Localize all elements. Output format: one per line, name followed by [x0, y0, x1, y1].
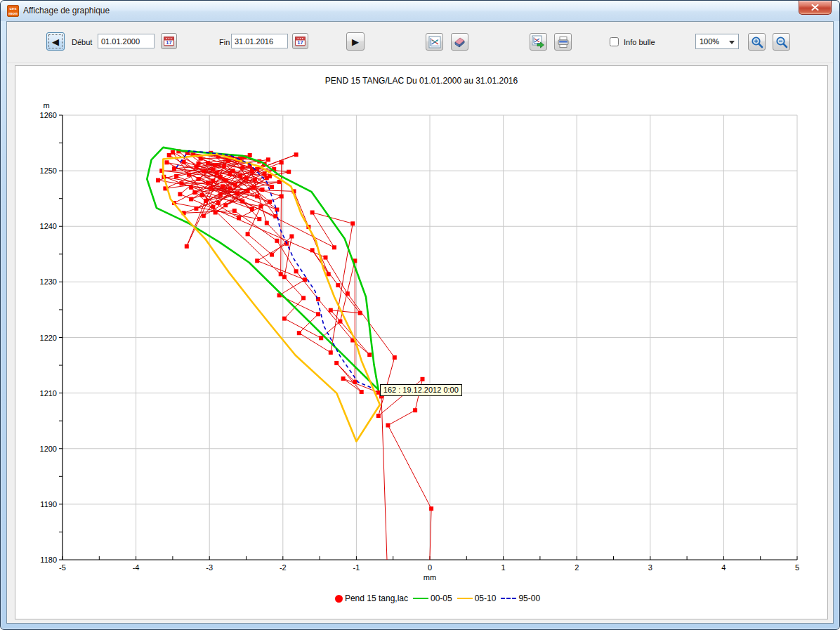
client-area: ◀ Début 17 Fin 17: [6, 21, 834, 624]
info-bulle-label: Info bulle: [624, 38, 655, 46]
app-icon-text-top: ces: [9, 6, 16, 11]
debut-calendar-button[interactable]: 17: [161, 33, 177, 49]
dropdown-arrow-icon: [729, 41, 735, 44]
chart-tooltip: 162 : 19.12.2012 0:00: [380, 384, 462, 396]
export-chart-icon: [532, 35, 545, 48]
svg-text:2: 2: [575, 563, 579, 572]
svg-text:-2: -2: [280, 563, 287, 572]
play-icon: ▶: [352, 37, 359, 46]
legend-item-2: 05-10: [457, 593, 497, 603]
calendar-icon: 17: [294, 35, 306, 47]
calendar-icon: 17: [163, 35, 175, 47]
svg-text:5: 5: [795, 563, 799, 572]
chart-legend: Pend 15 tang,lac00-0505-1095-00: [32, 593, 840, 603]
svg-text:-4: -4: [133, 563, 140, 572]
svg-text:1190: 1190: [40, 500, 57, 508]
svg-text:1: 1: [501, 563, 506, 572]
debut-date-input[interactable]: [98, 34, 155, 48]
print-button[interactable]: [554, 33, 572, 51]
printer-icon: [557, 36, 570, 48]
legend-label-0: Pend 15 tang,lac: [345, 593, 408, 603]
svg-text:-1: -1: [353, 563, 360, 572]
svg-text:mm: mm: [424, 573, 436, 582]
svg-text:1250: 1250: [40, 166, 57, 175]
legend-label-1: 00-05: [431, 593, 452, 603]
line-chart-icon: [428, 36, 441, 48]
fin-date-input[interactable]: [231, 34, 288, 48]
next-period-button[interactable]: ▶: [346, 32, 365, 51]
export-chart-button[interactable]: [530, 33, 547, 51]
legend-item-3: 95-00: [501, 593, 540, 603]
svg-text:17: 17: [297, 39, 303, 46]
app-icon: ces mon: [7, 5, 19, 17]
svg-text:1200: 1200: [40, 445, 57, 453]
svg-text:1230: 1230: [40, 277, 57, 286]
legend-item-1: 00-05: [413, 593, 452, 603]
svg-text:1210: 1210: [40, 389, 57, 398]
legend-label-3: 95-00: [518, 593, 540, 603]
zoom-out-icon: [775, 35, 789, 49]
svg-text:17: 17: [166, 39, 171, 46]
close-icon: [811, 4, 819, 11]
chart-panel: PEND 15 TANG/LAC Du 01.01.2000 au 31.01.…: [15, 65, 828, 619]
zoom-out-button[interactable]: [773, 33, 790, 51]
zoom-select-value: 100%: [700, 37, 719, 46]
svg-text:1220: 1220: [40, 334, 57, 342]
zoom-in-icon: [750, 35, 764, 49]
chart-plot-area[interactable]: -5-4-3-2-1012345118011901200121012201230…: [15, 66, 827, 619]
fin-calendar-button[interactable]: 17: [292, 33, 308, 49]
window-title: Affichage de graphique: [23, 6, 110, 15]
app-window: ces mon Affichage de graphique ◀ Début 1…: [0, 0, 840, 630]
svg-text:-3: -3: [206, 563, 213, 572]
svg-text:-5: -5: [59, 563, 66, 572]
eraser-icon: [453, 37, 467, 48]
erase-button[interactable]: [451, 33, 468, 51]
legend-item-0: Pend 15 tang,lac: [335, 593, 408, 603]
toolbar: ◀ Début 17 Fin 17: [7, 22, 833, 63]
app-icon-text-bottom: mon: [8, 11, 18, 16]
title-bar: ces mon Affichage de graphique: [1, 1, 839, 21]
chart-type-button[interactable]: [426, 33, 443, 51]
svg-text:0: 0: [428, 563, 432, 572]
legend-marker-2: [457, 598, 473, 599]
fin-label: Fin: [219, 38, 230, 46]
legend-marker-3: [501, 598, 516, 599]
info-bulle-checkbox[interactable]: [610, 37, 619, 46]
previous-period-button[interactable]: ◀: [46, 32, 65, 51]
legend-marker-1: [413, 598, 428, 599]
zoom-in-button[interactable]: [748, 33, 766, 51]
svg-text:m: m: [43, 101, 49, 110]
svg-text:1180: 1180: [40, 556, 57, 564]
svg-text:4: 4: [721, 563, 726, 572]
legend-label-2: 05-10: [475, 593, 497, 603]
svg-text:3: 3: [648, 563, 652, 572]
close-button[interactable]: [799, 1, 832, 15]
back-icon: ◀: [52, 37, 59, 46]
debut-label: Début: [72, 38, 92, 46]
zoom-select[interactable]: 100%: [695, 34, 739, 49]
svg-text:1260: 1260: [40, 111, 57, 119]
legend-marker-0: [335, 595, 343, 603]
svg-text:1240: 1240: [40, 222, 57, 230]
